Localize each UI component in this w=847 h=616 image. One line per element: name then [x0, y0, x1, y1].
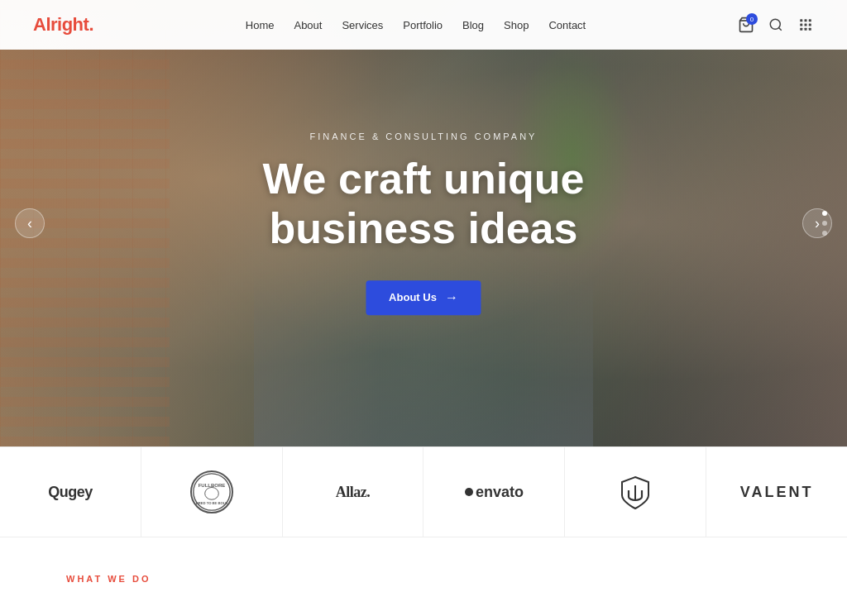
- brand-bar: Qugey FULLBORE BRED TO BE BOLD Allaz.: [0, 446, 847, 537]
- svg-rect-3: [800, 19, 802, 21]
- brand-logo-ushield: [617, 474, 653, 510]
- hero-cta-button[interactable]: About Us →: [366, 280, 481, 315]
- right-chevron-icon: ›: [815, 215, 820, 232]
- svg-point-1: [770, 19, 780, 29]
- hero-dot-1[interactable]: [822, 211, 827, 216]
- cart-icon[interactable]: 0: [738, 17, 754, 33]
- svg-rect-8: [809, 24, 811, 26]
- hero-title: We craft unique business ideas: [262, 155, 584, 254]
- hero-section: Finance & Consulting Company We craft un…: [0, 0, 847, 446]
- cart-badge: 0: [746, 13, 758, 25]
- brand-item-allaz: Allaz.: [283, 447, 424, 537]
- logo-dot: .: [89, 14, 93, 35]
- brand-item-valent: VALENT: [706, 447, 847, 537]
- brand-item-qugey: Qugey: [0, 447, 141, 537]
- brand-logo-envato: envato: [465, 484, 524, 501]
- hero-title-line2: business ideas: [270, 204, 578, 252]
- hero-dot-2[interactable]: [822, 221, 827, 226]
- nav-item-services[interactable]: Services: [342, 17, 383, 32]
- header-icons: 0: [738, 17, 814, 33]
- svg-line-2: [778, 27, 781, 30]
- hero-title-line1: We craft unique: [262, 155, 584, 203]
- svg-rect-7: [805, 24, 807, 26]
- nav-item-home[interactable]: Home: [246, 17, 275, 32]
- brand-item-fullbore: FULLBORE BRED TO BE BOLD: [141, 447, 283, 537]
- brand-logo-qugey: Qugey: [48, 484, 93, 501]
- left-chevron-icon: ‹: [27, 215, 32, 232]
- svg-rect-9: [800, 28, 802, 31]
- logo-text: Alright: [33, 14, 89, 35]
- svg-text:BRED TO BE BOLD: BRED TO BE BOLD: [196, 501, 227, 505]
- svg-rect-4: [805, 19, 807, 21]
- brand-logo-allaz: Allaz.: [336, 484, 371, 501]
- hero-cta-label: About Us: [389, 291, 437, 303]
- main-nav: Home About Services Portfolio Blog Shop …: [246, 17, 586, 32]
- grid-icon[interactable]: [797, 17, 814, 33]
- nav-item-portfolio[interactable]: Portfolio: [403, 17, 443, 32]
- svg-rect-10: [805, 28, 807, 31]
- brand-item-ushield: [565, 447, 706, 537]
- hero-dot-3[interactable]: [822, 231, 827, 236]
- nav-item-contact[interactable]: Contact: [548, 17, 586, 32]
- brand-logo-valent: VALENT: [740, 484, 814, 501]
- cta-arrow-icon: →: [445, 290, 458, 305]
- svg-point-14: [204, 487, 218, 499]
- hero-prev-button[interactable]: ‹: [15, 208, 45, 238]
- envato-text: envato: [476, 484, 524, 501]
- hero-next-button[interactable]: ›: [802, 208, 832, 238]
- svg-rect-11: [809, 28, 811, 31]
- envato-dot-icon: [465, 488, 473, 496]
- search-icon[interactable]: [768, 17, 784, 33]
- nav-list: Home About Services Portfolio Blog Shop …: [246, 17, 586, 32]
- hero-content: Finance & Consulting Company We craft un…: [262, 131, 584, 315]
- svg-rect-6: [800, 24, 802, 26]
- what-we-do-section: What We Do: [0, 537, 847, 602]
- what-we-do-label: What We Do: [66, 574, 151, 584]
- hero-subtitle: Finance & Consulting Company: [262, 131, 584, 141]
- logo[interactable]: Alright.: [33, 14, 93, 36]
- nav-item-blog[interactable]: Blog: [462, 17, 484, 32]
- svg-rect-5: [809, 19, 811, 21]
- nav-item-about[interactable]: About: [294, 17, 322, 32]
- brand-logo-fullbore: FULLBORE BRED TO BE BOLD: [190, 470, 233, 513]
- brand-item-envato: envato: [424, 447, 565, 537]
- header: Alright. Home About Services Portfolio B…: [0, 0, 847, 50]
- hero-dots: [822, 211, 827, 236]
- nav-item-shop[interactable]: Shop: [504, 17, 529, 32]
